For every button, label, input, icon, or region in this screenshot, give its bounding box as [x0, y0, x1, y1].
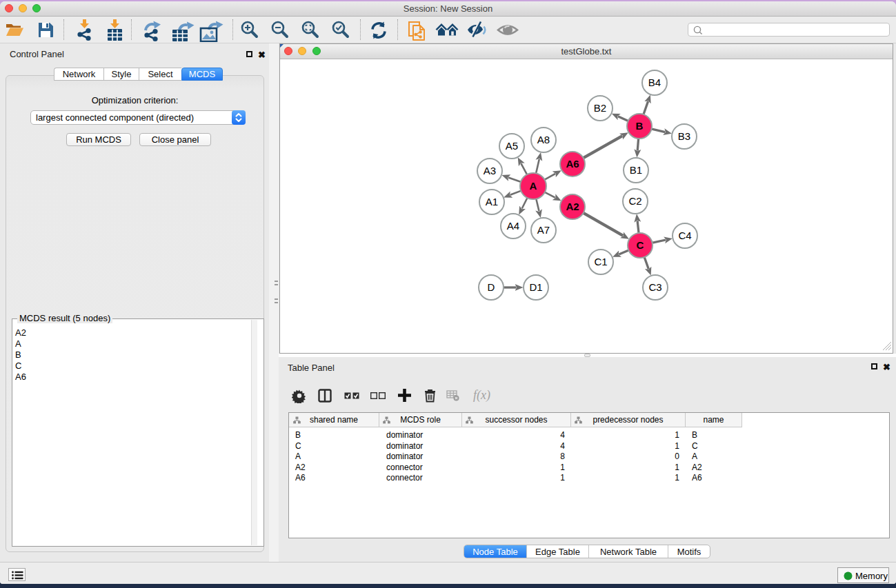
svg-text:A: A — [530, 180, 537, 192]
svg-text:B1: B1 — [630, 164, 642, 176]
svg-text:D: D — [488, 281, 495, 293]
svg-text:A1: A1 — [486, 196, 498, 207]
svg-text:A2: A2 — [566, 201, 579, 212]
svg-text:A8: A8 — [537, 134, 550, 145]
svg-text:C3: C3 — [648, 281, 661, 293]
svg-text:A3: A3 — [484, 165, 496, 176]
svg-text:C2: C2 — [628, 195, 641, 207]
svg-text:C1: C1 — [594, 256, 607, 267]
svg-text:A7: A7 — [537, 224, 550, 236]
svg-text:B2: B2 — [594, 102, 606, 114]
svg-text:B3: B3 — [678, 130, 690, 142]
svg-text:A6: A6 — [566, 158, 579, 170]
svg-text:B4: B4 — [648, 77, 661, 88]
svg-text:C: C — [637, 239, 644, 251]
svg-text:A4: A4 — [507, 220, 519, 232]
svg-text:B: B — [636, 120, 644, 132]
svg-text:D1: D1 — [529, 281, 542, 293]
svg-text:C4: C4 — [678, 230, 691, 241]
svg-text:A5: A5 — [506, 140, 518, 152]
